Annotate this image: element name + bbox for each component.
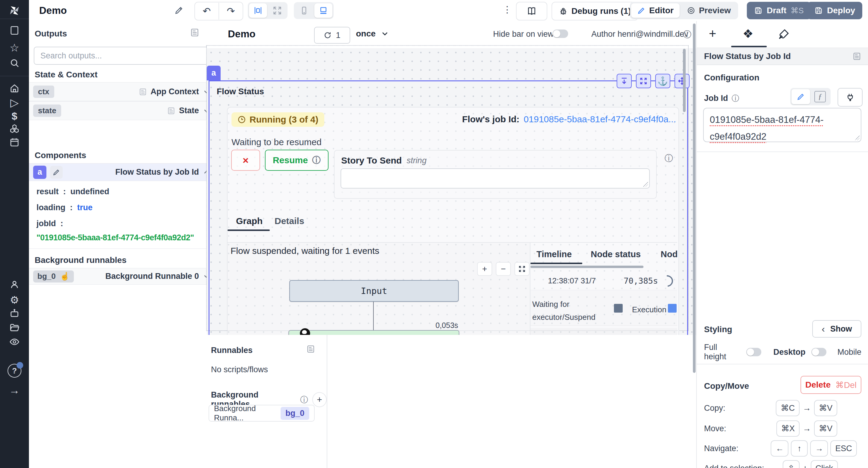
component-row-selected[interactable]: a Flow Status by Job Id — [29, 163, 215, 181]
components-header: Components — [35, 151, 86, 160]
flow-status-card: Running (3 of 4) Flow's job Id: 0191085e… — [227, 107, 679, 361]
home-icon[interactable] — [0, 83, 29, 93]
favorites-star-icon[interactable]: ☆ — [0, 41, 29, 54]
kv-key[interactable]: jobId — [36, 219, 56, 228]
shortcut-row: Copy: ⌘C → ⌘V — [704, 400, 837, 416]
windmill-logo[interactable] — [0, 4, 29, 18]
folders-icon[interactable] — [0, 322, 29, 332]
schedule-dropdown[interactable]: once — [356, 29, 390, 38]
tab-node-status[interactable]: Node status — [591, 249, 641, 259]
variables-dollar-icon[interactable]: $ — [0, 110, 29, 122]
resume-button[interactable]: Resume ⓘ — [265, 150, 329, 171]
search-outputs-input[interactable] — [34, 47, 213, 65]
tab-editor[interactable]: Editor — [631, 3, 680, 18]
search-icon[interactable] — [0, 58, 29, 68]
desktop-toggle[interactable] — [811, 348, 827, 356]
expr-input-button[interactable]: ƒ — [811, 89, 830, 104]
author-label: Author henri@windmill.dev — [591, 30, 688, 39]
tab-insert-plus-icon[interactable]: + — [709, 28, 716, 40]
canvas-grid[interactable]: a ⚓ Flow Status — [207, 48, 696, 335]
phone-icon — [300, 6, 308, 15]
horizontal-scrollbar[interactable] — [530, 266, 644, 268]
page-scrollbar[interactable] — [693, 24, 695, 373]
node-input[interactable]: Input — [289, 280, 459, 302]
info-icon[interactable]: ⓘ — [683, 29, 691, 40]
settings-gear-icon[interactable]: ⚙ — [0, 294, 29, 306]
tab-component-settings-icon[interactable]: ❖ — [743, 28, 753, 40]
info-icon: ⓘ — [300, 395, 308, 405]
background-runnable-row[interactable]: bg_0 ☝ Background Runnable 0 — [29, 268, 215, 285]
full-width-layout-button[interactable] — [268, 3, 286, 18]
tab-node-definition[interactable]: Node — [661, 249, 677, 259]
story-input-group: Story To Send string — [334, 150, 657, 199]
story-textarea[interactable] — [341, 168, 650, 189]
hide-bar-toggle[interactable] — [553, 30, 568, 38]
rename-app-icon[interactable] — [174, 5, 184, 15]
tab-preview[interactable]: Preview — [681, 3, 737, 18]
refresh-control[interactable]: 1 — [314, 27, 350, 44]
deploy-button[interactable]: Deploy — [807, 2, 862, 19]
show-styling-button[interactable]: ‹ Show — [812, 320, 861, 338]
tab-timeline[interactable]: Timeline — [536, 249, 572, 259]
colon: : — [70, 203, 73, 212]
desktop-view-button[interactable] — [314, 3, 333, 18]
help-icon[interactable]: ? — [0, 364, 29, 378]
tab-details[interactable]: Details — [275, 216, 304, 226]
story-type: string — [407, 156, 427, 165]
collapse-arrow-icon[interactable]: → — [0, 384, 29, 397]
kv-key[interactable]: loading — [36, 203, 65, 212]
ctx-label: App Context — [151, 87, 199, 96]
panel-doc-icon[interactable] — [306, 344, 315, 354]
workers-robot-icon[interactable] — [0, 308, 29, 319]
tab-graph[interactable]: Graph — [236, 216, 262, 226]
component-tag[interactable]: a — [207, 66, 221, 80]
undo-button[interactable]: ↶ — [195, 4, 218, 19]
state-row[interactable]: state State — [29, 101, 215, 120]
more-menu-button[interactable]: ⋮ — [503, 4, 512, 15]
mobile-view-button[interactable] — [295, 3, 313, 18]
editor-label: Editor — [649, 6, 674, 15]
canvas-title: Demo — [228, 28, 255, 40]
debug-runs-button[interactable]: Debug runs (1) — [552, 2, 638, 21]
ctx-row[interactable]: ctx App Context — [29, 82, 215, 101]
job-id-row: Flow's job Id: 0191085e-5baa-81ef-4774-c… — [462, 114, 676, 124]
graph-fullscreen-button[interactable] — [515, 262, 530, 276]
panel-doc-icon[interactable] — [190, 28, 199, 37]
delete-button[interactable]: Delete ⌘Del — [801, 376, 861, 394]
centered-layout-button[interactable] — [249, 3, 267, 18]
job-id-link[interactable]: 0191085e-5baa-81ef-4774-c9ef4f0a... — [524, 114, 676, 124]
canvas-scrollbar[interactable] — [683, 49, 686, 112]
user-icon[interactable] — [0, 279, 29, 290]
book-icon — [527, 6, 536, 16]
tab-styling-brush-icon[interactable] — [778, 28, 789, 40]
full-height-toggle[interactable] — [746, 348, 761, 356]
resources-cubes-icon[interactable] — [0, 124, 29, 134]
info-icon[interactable]: ⓘ — [664, 153, 673, 164]
schedules-calendar-icon[interactable] — [0, 137, 29, 147]
connect-input-button[interactable] — [838, 88, 863, 107]
waiting-text: Waiting to be resumed — [231, 137, 321, 147]
resize-handle[interactable] — [855, 136, 860, 140]
chevron-left-icon: ‹ — [822, 324, 825, 335]
panel-doc-icon[interactable] — [852, 52, 861, 61]
resize-handle[interactable] — [643, 182, 648, 187]
kv-key[interactable]: result — [36, 187, 59, 196]
docs-button[interactable] — [516, 2, 547, 21]
audit-eye-icon[interactable] — [0, 337, 29, 347]
job-id-textarea[interactable]: 0191085e-5baa-81ef-4774- c9ef4f0a92d2 — [703, 108, 861, 142]
arrow-sep: → — [803, 424, 811, 433]
undo-redo-group: ↶ ↷ — [194, 2, 243, 21]
static-input-button[interactable] — [792, 89, 810, 104]
redo-button[interactable]: ↷ — [219, 4, 243, 19]
draft-button[interactable]: Draft ⌘S — [747, 2, 811, 19]
add-background-runnable-button[interactable]: + — [312, 392, 327, 407]
cancel-button[interactable]: × — [231, 150, 260, 171]
background-runnable-item[interactable]: Background Runna... bg_0 — [209, 405, 315, 422]
flow-status-component[interactable]: a ⚓ Flow Status — [209, 80, 688, 363]
runs-play-icon[interactable]: ▷ — [0, 96, 29, 109]
graph-zoom-out-button[interactable]: − — [496, 262, 511, 276]
rename-component-icon[interactable] — [50, 166, 63, 178]
graph-zoom-in-button[interactable]: + — [477, 262, 492, 276]
legend-wait-line2: executor/Suspend — [532, 311, 595, 324]
apps-icon[interactable] — [0, 25, 29, 36]
